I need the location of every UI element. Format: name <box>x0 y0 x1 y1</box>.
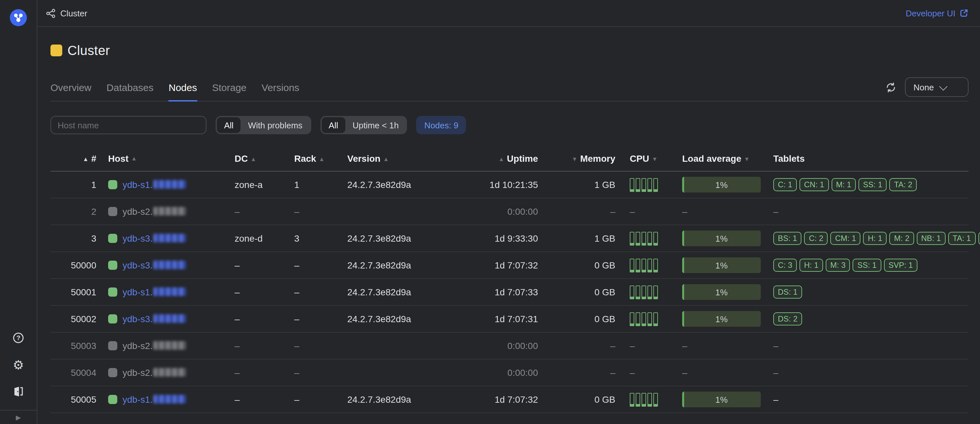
host-name-input[interactable] <box>51 116 207 134</box>
breadcrumb[interactable]: Cluster <box>46 8 87 18</box>
tablets-cell: – <box>773 394 969 405</box>
column-header-load[interactable]: Load average▼ <box>682 153 773 164</box>
host-link[interactable]: ydb-s1. <box>123 179 186 190</box>
node-id-cell: 1 <box>51 179 98 190</box>
cpu-usage-gauge <box>630 285 682 299</box>
column-label-version: Version <box>347 153 380 164</box>
column-header-host[interactable]: Host▲ <box>98 153 235 164</box>
node-id-cell: 50005 <box>51 394 98 405</box>
node-id-cell: 2 <box>51 206 98 217</box>
host-cell: ydb-s2. <box>98 206 235 217</box>
host-link[interactable]: ydb-s3. <box>123 314 186 324</box>
tablet-badge[interactable]: C: 2 <box>804 232 828 245</box>
load-average-cell: – <box>682 367 773 378</box>
tablet-badge[interactable]: M: 2 <box>889 232 914 245</box>
uptime-filter-option[interactable]: All <box>321 117 345 133</box>
ydb-logo[interactable] <box>10 9 27 26</box>
tablet-badge[interactable]: C: 3 <box>773 259 797 272</box>
cpu-cell <box>615 178 682 192</box>
column-label-rack: Rack <box>294 153 316 164</box>
column-label-host: Host <box>108 153 129 164</box>
help-button[interactable]: ? <box>11 330 26 346</box>
host-link[interactable]: ydb-s3. <box>123 233 186 244</box>
host-link[interactable]: ydb-s3. <box>123 260 186 270</box>
tablet-badge[interactable]: C: 1 <box>773 178 797 191</box>
column-header-uptime[interactable]: ▲Uptime <box>445 153 538 164</box>
memory-cell: 0 GB <box>538 287 615 297</box>
tab-nodes[interactable]: Nodes <box>169 82 197 102</box>
tablet-badge[interactable]: M: 3 <box>826 259 850 272</box>
column-header-cpu[interactable]: CPU▼ <box>615 153 682 164</box>
version-cell: 24.2.7.3e82d9a <box>347 260 445 270</box>
cpu-core-bar <box>636 232 640 245</box>
column-label-num: # <box>91 153 96 164</box>
tablet-badge[interactable]: H: 1 <box>863 232 887 245</box>
column-header-version[interactable]: Version▲ <box>347 153 445 164</box>
cpu-core-bar <box>653 258 658 272</box>
settings-button[interactable]: ⚙ <box>11 357 26 373</box>
cpu-core-bar <box>641 312 646 326</box>
dc-cell: – <box>235 340 294 351</box>
column-label-load: Load average <box>682 153 741 164</box>
uptime-cell: 0:00:00 <box>445 340 538 351</box>
tablet-badge[interactable]: NB: 1 <box>917 232 946 245</box>
cpu-core-bar <box>630 285 634 299</box>
tablet-badge[interactable]: TA: 1 <box>948 232 976 245</box>
uptime-cell: 0:00:00 <box>445 206 538 217</box>
host-cell: ydb-s1. <box>98 394 235 405</box>
sort-icon-version: ▲ <box>383 156 389 162</box>
logout-button[interactable] <box>11 384 26 399</box>
column-header-rack[interactable]: Rack▲ <box>294 153 347 164</box>
tablet-badge[interactable]: TA: 2 <box>889 178 917 191</box>
tablet-badge[interactable]: M: 1 <box>831 178 856 191</box>
cpu-usage-gauge <box>630 312 682 326</box>
tablet-badge[interactable]: H: 1 <box>799 259 823 272</box>
tablet-badge[interactable]: SS: 1 <box>858 178 887 191</box>
tab-versions[interactable]: Versions <box>261 82 299 102</box>
column-header-num[interactable]: ▲# <box>51 153 98 164</box>
node-status-icon <box>108 368 117 377</box>
column-header-dc[interactable]: DC▲ <box>235 153 294 164</box>
memory-cell: – <box>538 340 615 351</box>
tab-storage[interactable]: Storage <box>212 82 247 102</box>
cluster-status-square <box>51 44 62 56</box>
tablet-badge[interactable]: TB: 1 <box>978 232 980 245</box>
problem-filter-option[interactable]: With problems <box>241 117 310 133</box>
cpu-core-bar <box>648 312 652 326</box>
problem-filter-option[interactable]: All <box>217 117 241 133</box>
autorefresh-select[interactable]: None <box>905 77 969 97</box>
cpu-usage-gauge <box>630 392 682 407</box>
tab-databases[interactable]: Databases <box>107 82 153 102</box>
dc-cell: – <box>235 287 294 297</box>
column-header-memory[interactable]: ▼Memory <box>538 153 615 164</box>
tablet-badge[interactable]: CM: 1 <box>830 232 861 245</box>
sort-icon-load: ▼ <box>744 156 750 162</box>
tablet-badge[interactable]: SVP: 1 <box>884 259 918 272</box>
tablet-badge[interactable]: DS: 1 <box>773 286 802 299</box>
column-label-dc: DC <box>235 153 248 164</box>
cpu-cell: – <box>615 340 682 351</box>
cpu-cell <box>615 312 682 326</box>
host-link[interactable]: ydb-s1. <box>123 394 186 405</box>
tablet-badge[interactable]: BS: 1 <box>773 232 802 245</box>
refresh-button[interactable] <box>883 79 899 95</box>
uptime-cell: 1d 10:21:35 <box>445 179 538 190</box>
tablet-badge[interactable]: SS: 1 <box>853 259 881 272</box>
column-header-tablets[interactable]: Tablets <box>773 153 969 164</box>
cpu-usage-gauge <box>630 258 682 272</box>
node-id-cell: 50002 <box>51 314 98 324</box>
main-area: Cluster Developer UI Cluster OverviewDat… <box>37 0 980 424</box>
column-label-cpu: CPU <box>630 153 649 164</box>
tablet-badge[interactable]: CN: 1 <box>799 178 829 191</box>
load-average-cell: 1% <box>682 392 773 407</box>
tab-overview[interactable]: Overview <box>51 82 91 102</box>
help-icon: ? <box>11 331 25 345</box>
app-window: ? ⚙ ▶ <box>0 0 980 424</box>
version-cell: 24.2.7.3e82d9a <box>347 394 445 405</box>
cpu-cell <box>615 232 682 245</box>
sidebar-collapse[interactable]: ▶ <box>0 410 37 424</box>
host-link[interactable]: ydb-s1. <box>123 287 186 297</box>
uptime-filter-option[interactable]: Uptime < 1h <box>345 117 406 133</box>
tablet-badge[interactable]: DS: 2 <box>773 312 802 326</box>
developer-ui-link[interactable]: Developer UI <box>905 8 969 18</box>
